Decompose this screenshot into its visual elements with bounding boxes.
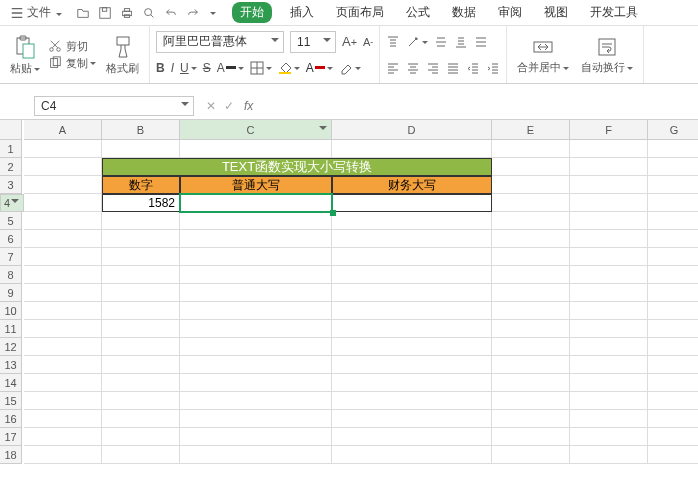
undo-icon[interactable] bbox=[164, 6, 178, 20]
svg-rect-8 bbox=[23, 44, 34, 58]
grid-body[interactable]: // inline generator for 18 rows × 7 cols… bbox=[24, 140, 698, 464]
grow-font-button[interactable]: A+ bbox=[342, 34, 357, 49]
shrink-font-button[interactable]: A- bbox=[363, 36, 373, 48]
row-header[interactable]: 7 bbox=[0, 248, 22, 266]
italic-button[interactable]: I bbox=[171, 61, 174, 75]
wrap-text-button[interactable]: 自动换行 bbox=[577, 28, 637, 82]
svg-point-10 bbox=[57, 48, 61, 52]
tab-view[interactable]: 视图 bbox=[540, 2, 572, 23]
col-header[interactable]: D bbox=[332, 120, 492, 140]
redo-icon[interactable] bbox=[186, 6, 200, 20]
col-header[interactable]: F bbox=[570, 120, 648, 140]
align-bottom-button[interactable] bbox=[454, 35, 468, 49]
row-header[interactable]: 12 bbox=[0, 338, 22, 356]
cell-d4[interactable] bbox=[332, 194, 492, 212]
row-header[interactable]: 16 bbox=[0, 410, 22, 428]
merge-center-button[interactable]: 合并居中 bbox=[513, 28, 573, 82]
font-color-button[interactable]: A bbox=[217, 61, 244, 75]
fill-handle[interactable] bbox=[330, 210, 336, 216]
font-size-value: 11 bbox=[297, 35, 310, 49]
row-header[interactable]: 18 bbox=[0, 446, 22, 464]
group-font: 阿里巴巴普惠体 11 A+ A- B I U S A A bbox=[150, 26, 380, 83]
group-align bbox=[380, 26, 507, 83]
tab-data[interactable]: 数据 bbox=[448, 2, 480, 23]
print-icon[interactable] bbox=[120, 6, 134, 20]
row-header[interactable]: 3 bbox=[0, 176, 22, 194]
row-header[interactable]: 8 bbox=[0, 266, 22, 284]
open-icon[interactable] bbox=[76, 6, 90, 20]
bold-button[interactable]: B bbox=[156, 61, 165, 75]
row-header[interactable]: 2 bbox=[0, 158, 22, 176]
col-header[interactable]: B bbox=[102, 120, 180, 140]
copy-icon bbox=[48, 56, 62, 70]
row-header[interactable]: 17 bbox=[0, 428, 22, 446]
font-size-select[interactable]: 11 bbox=[290, 31, 336, 53]
name-box[interactable]: C4 bbox=[34, 96, 194, 116]
col-header[interactable]: C bbox=[180, 120, 332, 140]
file-menu[interactable]: 文件 bbox=[4, 2, 68, 23]
row-header[interactable]: 1 bbox=[0, 140, 22, 158]
align-top-button[interactable] bbox=[386, 35, 400, 49]
distribute-v-button[interactable] bbox=[474, 35, 488, 49]
align-center-button[interactable] bbox=[406, 61, 420, 75]
paste-button[interactable]: 粘贴 bbox=[6, 28, 44, 82]
cell-header-d3[interactable]: 财务大写 bbox=[332, 176, 492, 194]
fx-label[interactable]: fx bbox=[244, 99, 253, 113]
spreadsheet-grid: 1 2 3 4 5 6 7 8 9 10 11 12 13 14 15 16 1… bbox=[0, 120, 698, 464]
cell-header-c3[interactable]: 普通大写 bbox=[180, 176, 332, 194]
tab-formulas[interactable]: 公式 bbox=[402, 2, 434, 23]
align-middle-button[interactable] bbox=[434, 35, 448, 49]
cell-merged-title[interactable]: TEXT函数实现大小写转换 bbox=[102, 158, 492, 176]
decrease-indent-button[interactable] bbox=[466, 61, 480, 75]
clear-format-button[interactable] bbox=[339, 61, 361, 75]
tab-developer[interactable]: 开发工具 bbox=[586, 2, 642, 23]
align-right-button[interactable] bbox=[426, 61, 440, 75]
cut-label: 剪切 bbox=[66, 39, 88, 54]
orientation-button[interactable] bbox=[406, 35, 428, 49]
cell-b4[interactable]: 1582 bbox=[102, 194, 180, 212]
formula-input[interactable] bbox=[259, 96, 698, 116]
justify-button[interactable] bbox=[446, 61, 460, 75]
format-painter-button[interactable]: 格式刷 bbox=[102, 28, 143, 82]
svg-rect-13 bbox=[117, 37, 129, 45]
copy-button[interactable]: 复制 bbox=[48, 56, 96, 71]
row-header[interactable]: 14 bbox=[0, 374, 22, 392]
tab-page-layout[interactable]: 页面布局 bbox=[332, 2, 388, 23]
save-icon[interactable] bbox=[98, 6, 112, 20]
row-header[interactable]: 15 bbox=[0, 392, 22, 410]
ribbon: 粘贴 剪切 复制 格式刷 阿里巴巴普惠体 11 A+ A- B I U bbox=[0, 26, 698, 84]
row-header[interactable]: 13 bbox=[0, 356, 22, 374]
row-header[interactable]: 6 bbox=[0, 230, 22, 248]
col-header[interactable]: E bbox=[492, 120, 570, 140]
preview-icon[interactable] bbox=[142, 6, 156, 20]
row-header[interactable]: 11 bbox=[0, 320, 22, 338]
ribbon-tabs: 开始 插入 页面布局 公式 数据 审阅 视图 开发工具 bbox=[232, 2, 642, 23]
tab-home[interactable]: 开始 bbox=[232, 2, 272, 23]
fill-color-button[interactable] bbox=[278, 61, 300, 75]
col-header[interactable]: G bbox=[648, 120, 698, 140]
underline-button[interactable]: U bbox=[180, 61, 197, 75]
format-painter-label: 格式刷 bbox=[106, 61, 139, 76]
row-header[interactable]: 10 bbox=[0, 302, 22, 320]
tab-review[interactable]: 审阅 bbox=[494, 2, 526, 23]
cut-button[interactable]: 剪切 bbox=[48, 39, 96, 54]
paste-label: 粘贴 bbox=[10, 61, 40, 76]
row-header[interactable]: 5 bbox=[0, 212, 22, 230]
active-cell-selection bbox=[179, 193, 333, 213]
tab-insert[interactable]: 插入 bbox=[286, 2, 318, 23]
cancel-formula-icon[interactable]: ✕ bbox=[202, 99, 220, 113]
border-button[interactable] bbox=[250, 61, 272, 75]
confirm-formula-icon[interactable]: ✓ bbox=[220, 99, 238, 113]
row-header[interactable]: 9 bbox=[0, 284, 22, 302]
select-all-corner[interactable] bbox=[0, 120, 22, 140]
strike-button[interactable]: S bbox=[203, 61, 211, 75]
row-header[interactable]: 4 bbox=[0, 194, 24, 212]
text-color-button[interactable]: A bbox=[306, 61, 333, 75]
qat-more-icon[interactable] bbox=[208, 10, 216, 16]
group-clipboard: 粘贴 剪切 复制 格式刷 bbox=[0, 26, 150, 83]
cell-header-b3[interactable]: 数字 bbox=[102, 176, 180, 194]
align-left-button[interactable] bbox=[386, 61, 400, 75]
increase-indent-button[interactable] bbox=[486, 61, 500, 75]
col-header[interactable]: A bbox=[24, 120, 102, 140]
font-name-select[interactable]: 阿里巴巴普惠体 bbox=[156, 31, 284, 53]
